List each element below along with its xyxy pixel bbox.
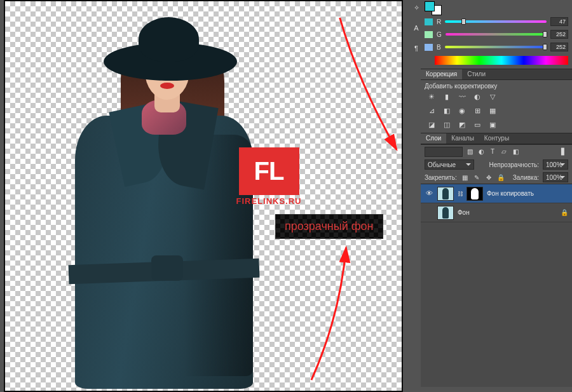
lock-transparent-icon[interactable]: ▦ [461, 173, 469, 182]
hue-icon[interactable]: ⊿ [426, 106, 437, 115]
blend-mode-value: Обычные [428, 161, 456, 168]
add-adjustment-label: Добавить корректировку [421, 80, 572, 91]
layer-row[interactable]: 👁⛓Фон копировать [421, 184, 572, 203]
opacity-value: 100% [546, 161, 562, 168]
filter-pixel-icon[interactable]: ▧ [465, 147, 474, 156]
opacity-input[interactable]: 100% [543, 159, 568, 170]
fill-value: 100% [546, 174, 562, 181]
threshold-icon[interactable]: ◩ [456, 120, 468, 129]
layer-row[interactable]: Фон🔒 [421, 203, 572, 222]
channel-value[interactable]: 252 [550, 30, 568, 39]
layer-thumbnail[interactable] [437, 206, 454, 220]
lock-icon: 🔒 [561, 209, 568, 216]
foreground-swatch[interactable] [425, 1, 435, 11]
color-channel-g: G252 [421, 28, 572, 41]
canvas-area: FL FIRELINKS.RU прозрачный фон [0, 0, 412, 392]
channel-slider[interactable] [446, 31, 547, 37]
vibrance-icon[interactable]: ▽ [487, 92, 498, 101]
filter-adjust-icon[interactable]: ◐ [477, 147, 486, 156]
lock-label: Закрепить: [425, 174, 457, 181]
layer-name[interactable]: Фон копировать [487, 190, 568, 197]
lock-position-icon[interactable]: ✥ [485, 173, 493, 182]
color-panel: R47G252B252 [421, 0, 572, 65]
adjustment-presets-row3: ◪ ◫ ◩ ▭ ▣ [421, 119, 572, 133]
lookup-icon[interactable]: ▦ [487, 106, 498, 115]
channel-label: R [437, 18, 441, 25]
spectrum-ramp[interactable] [435, 56, 568, 65]
channel-slider[interactable] [445, 18, 547, 25]
layers-panel: Слои Каналы Контуры ▧ ◐ T ▱ ◧ ▋ Обычные … [421, 133, 572, 387]
fill-label: Заливка: [513, 174, 539, 181]
brightness-icon[interactable]: ☀ [426, 92, 437, 101]
layer-list: 👁⛓Фон копироватьФон🔒 [421, 184, 572, 387]
channel-swatch [425, 18, 433, 25]
fill-input[interactable]: 100% [543, 172, 568, 182]
invert-icon[interactable]: ◪ [426, 120, 437, 129]
channel-value[interactable]: 252 [550, 43, 568, 51]
visibility-toggle-icon[interactable]: 👁 [425, 189, 433, 198]
channel-mixer-icon[interactable]: ⊞ [472, 106, 483, 115]
channel-swatch [425, 31, 433, 38]
layer-name[interactable]: Фон [458, 209, 557, 216]
selective-color-icon[interactable]: ▣ [487, 120, 498, 129]
lock-all-icon[interactable]: 🔒 [497, 173, 505, 182]
exposure-icon[interactable]: ◐ [472, 92, 483, 101]
layer-filter-kind[interactable] [425, 147, 463, 157]
adjustment-presets-row2: ⊿ ◧ ◉ ⊞ ▦ [421, 105, 572, 119]
watermark-logo: FL [239, 147, 299, 195]
lock-image-icon[interactable]: ✎ [473, 173, 481, 182]
color-channel-b: B252 [421, 41, 572, 53]
document-frame[interactable]: FL FIRELINKS.RU прозрачный фон [4, 0, 403, 392]
filter-toggle-icon[interactable]: ▋ [559, 147, 568, 156]
color-channel-r: R47 [421, 15, 572, 28]
filter-text-icon[interactable]: T [488, 147, 497, 156]
photo-filter-icon[interactable]: ◉ [456, 106, 468, 115]
channel-label: G [437, 31, 442, 38]
history-icon[interactable]: ✧ [412, 4, 420, 11]
watermark-site: FIRELINKS.RU [234, 196, 304, 206]
filter-shape-icon[interactable]: ▱ [500, 147, 508, 156]
tab-adjustments[interactable]: Коррекция [421, 69, 462, 79]
annotation-text: прозрачный фон [285, 220, 374, 233]
tab-styles[interactable]: Стили [462, 69, 491, 79]
layer-thumbnail[interactable] [437, 187, 454, 201]
tab-paths[interactable]: Контуры [479, 133, 514, 144]
channel-slider[interactable] [445, 44, 547, 50]
visibility-toggle-icon[interactable] [425, 208, 433, 217]
link-icon[interactable]: ⛓ [458, 191, 463, 197]
blend-mode-select[interactable]: Обычные [425, 159, 474, 170]
adjustment-presets-row1: ☀ ▮ 〰 ◐ ▽ [421, 91, 572, 105]
collapsed-panel-rail: ✧ A ¶ [412, 0, 421, 392]
mask-thumbnail[interactable] [466, 187, 483, 201]
curves-icon[interactable]: 〰 [456, 92, 468, 101]
annotation-callout: прозрачный фон [275, 214, 383, 239]
watermark: FL FIRELINKS.RU [234, 147, 304, 206]
bw-icon[interactable]: ◧ [441, 106, 453, 115]
paragraph-icon[interactable]: ¶ [412, 44, 420, 52]
gradient-map-icon[interactable]: ▭ [472, 120, 483, 129]
tab-layers[interactable]: Слои [421, 133, 446, 144]
panel-dock: R47G252B252 Коррекция Стили Добавить кор… [421, 0, 572, 392]
adjustments-panel: Коррекция Стили Добавить корректировку ☀… [421, 69, 572, 133]
levels-icon[interactable]: ▮ [441, 92, 453, 101]
tab-channels[interactable]: Каналы [446, 133, 479, 144]
channel-value[interactable]: 47 [550, 17, 568, 26]
channel-swatch [425, 44, 433, 51]
filter-smart-icon[interactable]: ◧ [511, 147, 520, 156]
channel-label: B [437, 44, 441, 51]
opacity-label: Непрозрачность: [489, 161, 539, 168]
text-icon[interactable]: A [412, 24, 420, 32]
posterize-icon[interactable]: ◫ [441, 120, 453, 129]
